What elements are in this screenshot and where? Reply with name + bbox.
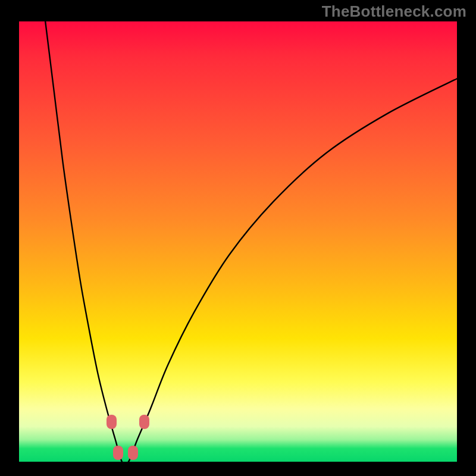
watermark-text: TheBottleneck.com — [322, 2, 466, 21]
marker-left-shoulder-1 — [107, 415, 117, 429]
marker-right-shoulder-1 — [128, 446, 138, 460]
marker-left-shoulder-2 — [113, 446, 123, 460]
bottleneck-curve — [19, 21, 457, 462]
chart-frame: TheBottleneck.com — [0, 0, 476, 476]
marker-right-shoulder-2 — [139, 415, 149, 429]
plot-area — [19, 21, 457, 462]
